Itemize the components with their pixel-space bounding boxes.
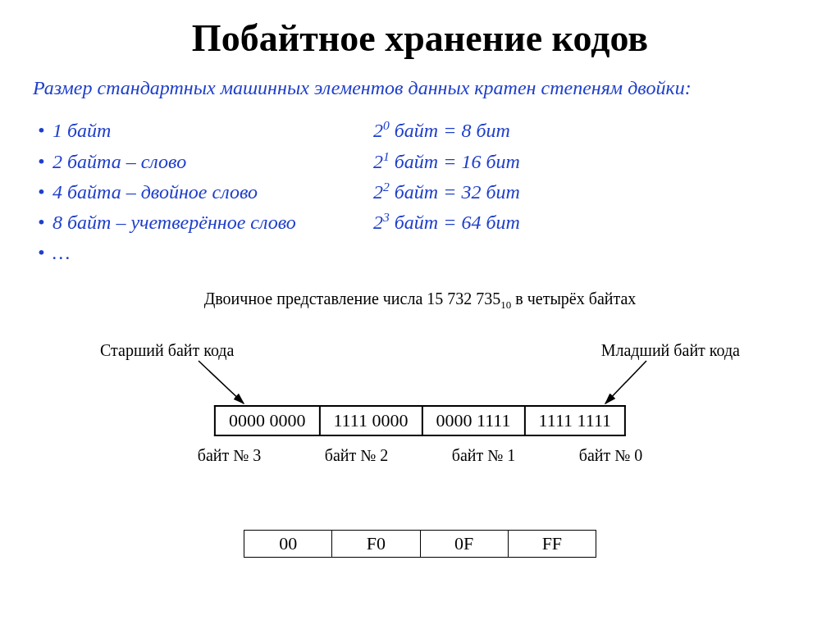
- hex-table: 00 F0 0F FF: [244, 530, 596, 558]
- hex-cell-3: 00: [244, 531, 332, 558]
- label-msb: Старший байт кода: [100, 341, 234, 360]
- base-1: 2: [373, 120, 383, 141]
- post-3: байт = 32 бит: [390, 181, 520, 203]
- caption-pre: Двоичное представление числа 15 732 735: [204, 289, 501, 308]
- binary-cell-3: 0000 0000: [215, 406, 320, 435]
- binary-cell-0: 1111 1111: [525, 406, 626, 435]
- bullet-dots: …: [33, 238, 373, 268]
- byte-num-3: байт № 3: [166, 441, 293, 465]
- post-2: байт = 16 бит: [390, 151, 520, 172]
- svg-line-1: [605, 361, 646, 403]
- binary-table: 0000 0000 1111 0000 0000 1111 1111 1111: [214, 405, 626, 436]
- bullet-3: 4 байта – двойное слово: [33, 177, 373, 207]
- byte-num-2: байт № 2: [293, 441, 420, 465]
- sup-1: 0: [383, 118, 390, 132]
- power-row-2: 21 байт = 16 бит: [373, 147, 807, 177]
- hex-cell-2: F0: [332, 531, 420, 558]
- power-row-4: 23 байт = 64 бит: [373, 207, 807, 238]
- left-col: 1 байт 2 байта – слово 4 байта – двойное…: [33, 116, 373, 268]
- bullet-2: 2 байта – слово: [33, 147, 373, 177]
- bullet-1: 1 байт: [33, 116, 373, 146]
- diagram-caption: Двоичное представление числа 15 732 7351…: [33, 289, 807, 312]
- sup-4: 3: [383, 210, 390, 224]
- power-row-1: 20 байт = 8 бит: [373, 116, 807, 146]
- right-col: 20 байт = 8 бит 21 байт = 16 бит 22 байт…: [373, 116, 807, 268]
- sup-2: 1: [383, 149, 390, 163]
- hex-cell-0: FF: [508, 531, 596, 558]
- sup-3: 2: [383, 180, 390, 194]
- page-title: Побайтное хранение кодов: [33, 16, 807, 60]
- caption-sub: 10: [500, 299, 511, 311]
- label-lsb: Младший байт кода: [601, 341, 740, 360]
- byte-index-row: байт № 3 байт № 2 байт № 1 байт № 0: [166, 441, 674, 465]
- intro-text: Размер стандартных машинных элементов да…: [33, 75, 807, 101]
- byte-num-1: байт № 1: [420, 441, 547, 465]
- base-3: 2: [373, 181, 383, 203]
- post-4: байт = 64 бит: [390, 212, 520, 233]
- bullet-columns: 1 байт 2 байта – слово 4 байта – двойное…: [33, 116, 807, 268]
- hex-cell-1: 0F: [420, 531, 508, 558]
- power-row-3: 22 байт = 32 бит: [373, 177, 807, 207]
- post-1: байт = 8 бит: [390, 120, 510, 141]
- byte-diagram: Старший байт кода Младший байт кода 0000…: [149, 341, 691, 497]
- svg-line-0: [199, 361, 244, 403]
- bullet-4: 8 байт – учетверённое слово: [33, 207, 373, 238]
- binary-cell-1: 0000 1111: [422, 406, 524, 435]
- caption-post: в четырёх байтах: [511, 289, 636, 308]
- base-4: 2: [373, 212, 383, 233]
- base-2: 2: [373, 151, 383, 172]
- binary-cell-2: 1111 0000: [319, 406, 422, 435]
- byte-num-0: байт № 0: [547, 441, 674, 465]
